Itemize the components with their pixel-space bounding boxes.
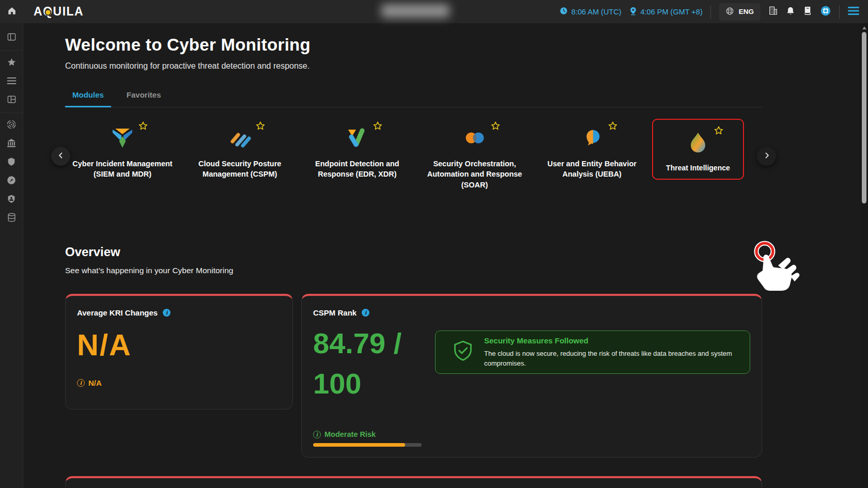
- risk-indicator: i Moderate Risk: [313, 430, 422, 447]
- page-title: Welcome to Cyber Monitoring: [65, 35, 861, 55]
- module-tile-cspm[interactable]: Cloud Security Posture Management (CSPM): [182, 119, 297, 180]
- radar-icon: [6, 119, 17, 132]
- ueba-logo-icon: [580, 126, 604, 152]
- sidebar-item-radar[interactable]: [0, 116, 23, 135]
- favorite-star-icon[interactable]: [255, 121, 266, 133]
- shield-icon: [7, 156, 16, 169]
- edr-logo-icon: [345, 125, 369, 152]
- book-icon: [803, 6, 812, 18]
- kri-value: N/A: [77, 327, 281, 362]
- organization-button[interactable]: [768, 6, 778, 18]
- sidebar-item-shield[interactable]: [0, 153, 23, 172]
- module-tile-edr[interactable]: Endpoint Detection and Response (EDR, XD…: [300, 119, 414, 180]
- page-subtitle: Continuous monitoring for proactive thre…: [65, 61, 861, 71]
- module-tile-threat-intelligence[interactable]: Threat Intelligence: [652, 119, 744, 180]
- panel-toggle-icon: [7, 32, 17, 44]
- notifications-button[interactable]: [786, 6, 795, 18]
- sidebar-item-identity-shield[interactable]: [0, 191, 23, 209]
- compass-icon: [6, 175, 17, 187]
- risk-label: Moderate Risk: [324, 430, 376, 438]
- info-icon[interactable]: i: [163, 309, 171, 317]
- overview-cards-row: Average KRI Changes i N/A i N/A CSPM Ran…: [65, 294, 861, 458]
- sidebar-item-compass[interactable]: [0, 172, 23, 191]
- scrollbar-up-arrow[interactable]: [861, 25, 868, 31]
- globe-icon: [725, 7, 734, 17]
- topbar: AQUILA 8:06 AM (UTC) 4:06 PM (GMT +8) EN…: [0, 0, 868, 23]
- vertical-scrollbar: [861, 23, 868, 488]
- shield-user-icon: [7, 194, 16, 206]
- bank-icon: [6, 138, 17, 150]
- overview-subtitle: See what’s happening in your Cyber Monit…: [65, 266, 861, 275]
- module-tile-siem[interactable]: Cyber Incident Management (SIEM and MDR): [65, 119, 180, 180]
- module-label: Cyber Incident Management (SIEM and MDR): [69, 159, 176, 180]
- favorite-star-icon[interactable]: [714, 125, 724, 138]
- sidebar-divider: [0, 50, 23, 51]
- sidebar-item-database[interactable]: [0, 209, 23, 228]
- main-content: Welcome to Cyber Monitoring Continuous m…: [23, 23, 861, 488]
- module-label: Endpoint Detection and Response (EDR, XD…: [304, 159, 410, 180]
- overview-title: Overview: [65, 245, 861, 259]
- kri-card-title: Average KRI Changes: [77, 308, 158, 317]
- sidebar-item-favorites[interactable]: [0, 54, 23, 72]
- siem-logo-icon: [110, 125, 135, 152]
- lifebuoy-icon: [820, 5, 831, 19]
- cspm-logo-icon: [227, 125, 252, 152]
- bell-icon: [786, 6, 795, 18]
- tab-favorites[interactable]: Favorites: [119, 86, 168, 107]
- module-label: User and Entity Behavior Analysis (UEBA): [539, 159, 645, 180]
- banner-description: The cloud is now secure, reducing the ri…: [484, 349, 736, 369]
- carousel-next-button[interactable]: [757, 147, 776, 166]
- language-button[interactable]: ENG: [719, 3, 761, 21]
- documentation-button[interactable]: [803, 6, 812, 18]
- favorite-star-icon[interactable]: [608, 121, 618, 133]
- local-time: 4:06 PM (GMT +8): [629, 7, 703, 17]
- sidebar-divider: [0, 113, 23, 113]
- module-label: Threat Intelligence: [666, 163, 730, 174]
- home-icon: [7, 6, 17, 18]
- layout-grid-icon: [7, 95, 17, 106]
- module-tile-ueba[interactable]: User and Entity Behavior Analysis (UEBA): [535, 119, 649, 180]
- chevron-right-icon: [762, 151, 771, 162]
- local-time-label: 4:06 PM (GMT +8): [641, 8, 703, 16]
- module-label: Security Orchestration, Automation and R…: [422, 159, 528, 190]
- favorite-star-icon[interactable]: [138, 121, 148, 133]
- module-label: Cloud Security Posture Management (CSPM): [187, 159, 293, 180]
- cspm-score-value: 84.79: [313, 327, 385, 359]
- favorite-star-icon[interactable]: [373, 121, 383, 133]
- scrollbar-thumb[interactable]: [862, 32, 866, 203]
- cspm-card-title: CSPM Rank: [313, 308, 357, 317]
- sidebar-item-institution[interactable]: [0, 135, 23, 153]
- utc-time-label: 8:06 AM (UTC): [571, 8, 622, 16]
- sidebar-panel-toggle[interactable]: [0, 28, 23, 47]
- main-menu-button[interactable]: [847, 6, 860, 18]
- banner-title: Security Measures Followed: [484, 336, 736, 345]
- support-button[interactable]: [820, 5, 831, 19]
- security-status-banner: Security Measures Followed The cloud is …: [435, 330, 750, 374]
- left-sidebar: [0, 23, 23, 488]
- info-icon[interactable]: i: [362, 309, 369, 317]
- brand-letter-a: A: [34, 5, 43, 19]
- sidebar-item-list[interactable]: [0, 72, 23, 91]
- kri-card: Average KRI Changes i N/A i N/A: [65, 294, 293, 410]
- sidebar-item-layout[interactable]: [0, 91, 23, 109]
- risk-progress-track: [313, 443, 422, 447]
- shield-check-icon: [453, 340, 473, 364]
- cspm-score-divider: /: [394, 327, 402, 359]
- cspm-card: CSPM Rank i 84.79 / 100 Security Measure…: [301, 294, 762, 458]
- carousel-prev-button[interactable]: [51, 147, 70, 166]
- language-label: ENG: [739, 8, 754, 15]
- topbar-right-cluster: 8:06 AM (UTC) 4:06 PM (GMT +8) ENG: [560, 3, 868, 21]
- threat-intel-logo-icon: [687, 131, 709, 156]
- tab-modules[interactable]: Modules: [65, 86, 111, 107]
- info-outline-icon: i: [313, 431, 321, 438]
- utc-time: 8:06 AM (UTC): [560, 7, 622, 17]
- home-button[interactable]: [0, 0, 23, 23]
- topbar-divider: [839, 5, 840, 19]
- favorite-star-icon[interactable]: [490, 121, 501, 133]
- list-icon: [7, 77, 17, 87]
- module-tile-soar[interactable]: Security Orchestration, Automation and R…: [417, 119, 532, 190]
- chevron-left-icon: [56, 151, 66, 162]
- star-icon: [7, 57, 17, 69]
- brand-logo: AQUILA: [34, 5, 84, 19]
- topbar-divider: [710, 5, 711, 19]
